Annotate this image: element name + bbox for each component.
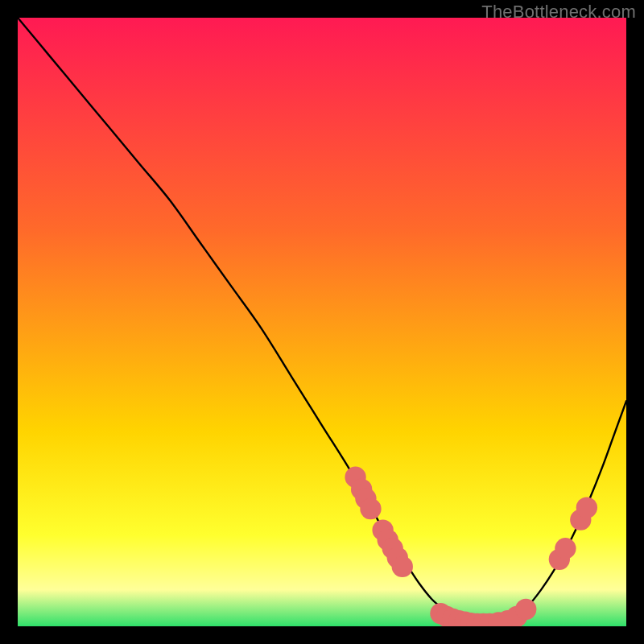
marker-dot — [576, 497, 597, 518]
gradient-background — [18, 18, 626, 626]
chart-svg — [18, 18, 626, 626]
marker-dot — [392, 556, 413, 577]
marker-dot — [555, 538, 576, 559]
plot-area — [18, 18, 626, 626]
marker-dot — [515, 599, 536, 620]
chart-stage: TheBottleneck.com — [0, 0, 644, 644]
marker-dot — [360, 498, 381, 519]
